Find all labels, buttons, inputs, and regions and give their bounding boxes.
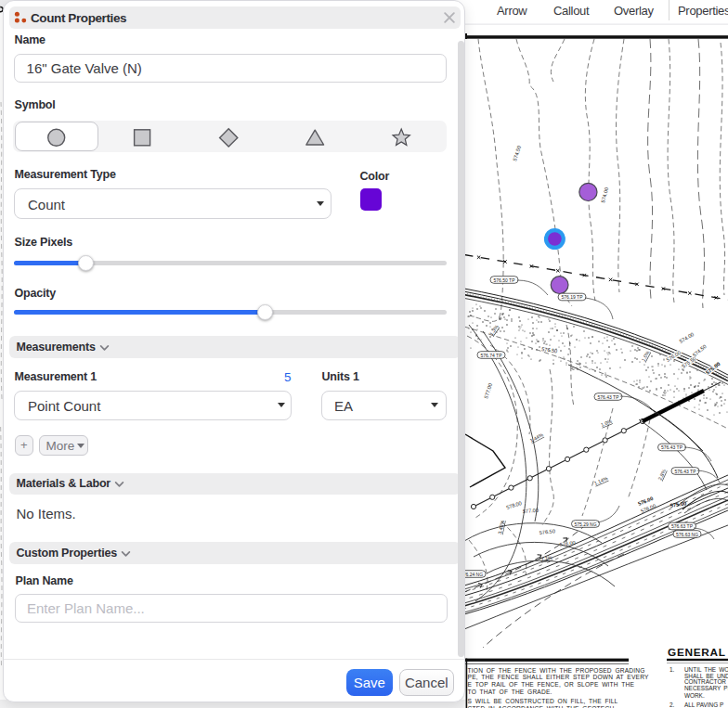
svg-text:576.50: 576.50 [541,346,558,354]
svg-text:577.00: 577.00 [483,382,493,399]
svg-text:1.0%: 1.0% [641,350,651,363]
svg-text:1.14%: 1.14% [593,475,609,486]
svg-text:1.3%: 1.3% [488,324,500,337]
svg-text:PE, THE FENCE SHALL EITHER STE: PE, THE FENCE SHALL EITHER STEP DOWN AT … [468,674,649,680]
svg-text:576.63 NG: 576.63 NG [676,532,698,537]
svg-text:ALL PAVING P: ALL PAVING P [684,702,723,708]
svg-text:3.43%: 3.43% [497,520,505,534]
svg-text:TION OF THE FENCE WITH THE PRO: TION OF THE FENCE WITH THE PROPOSED GRAD… [468,667,645,674]
svg-text:1.0%: 1.0% [600,418,613,428]
svg-text:574.50: 574.50 [512,145,522,161]
svg-text:S WILL BE CONSTRUCTED ON FILL,: S WILL BE CONSTRUCTED ON FILL, THE FILL [468,698,618,704]
svg-text:576.00: 576.00 [559,540,576,547]
svg-text:2.8%: 2.8% [656,469,667,482]
svg-text:574.00: 574.00 [679,331,696,344]
svg-text:577.00: 577.00 [523,508,539,514]
svg-text:NECESSARY PR: NECESSARY PR [684,685,728,691]
svg-text:575.29 NG: 575.29 NG [574,521,596,527]
svg-text:576.43 TP: 576.43 TP [661,444,683,450]
svg-text:576.50: 576.50 [539,528,555,535]
svg-text:574.50: 574.50 [692,343,708,358]
svg-text:576.43 TP: 576.43 TP [598,394,620,400]
svg-text:574.00: 574.00 [600,187,609,203]
svg-text:576.50 TP: 576.50 TP [494,277,516,283]
svg-text:578.00: 578.00 [505,500,522,510]
svg-text:E TOP RAIL OF THE FENCE, OR SL: E TOP RAIL OF THE FENCE, OR SLOPE WITH T… [468,681,635,688]
svg-text:576.19 TP: 576.19 TP [562,294,584,300]
svg-text:1.: 1. [670,666,675,673]
svg-text:GENERAL N: GENERAL N [668,646,728,659]
svg-text:576.74 TP: 576.74 TP [481,353,503,358]
svg-text:576.43 TP: 576.43 TP [675,469,697,474]
svg-text:WORK.: WORK. [684,692,705,699]
svg-text:2.: 2. [670,702,675,708]
svg-text:TO THAT OF THE GRADE.: TO THAT OF THE GRADE. [468,689,552,695]
svg-text:576.63 TP: 576.63 TP [671,523,694,529]
